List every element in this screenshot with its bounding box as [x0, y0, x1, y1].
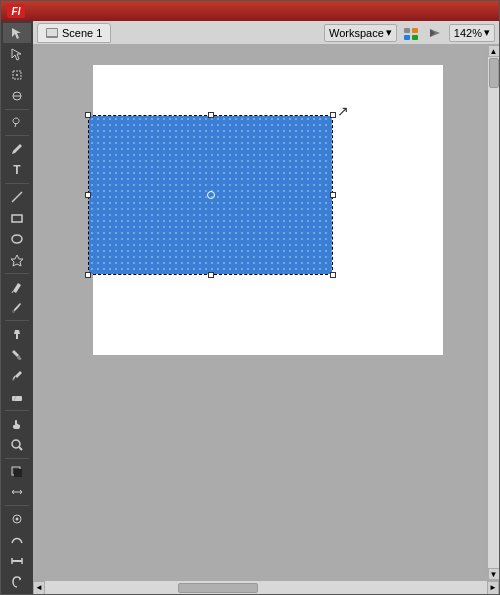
svg-rect-27: [404, 28, 410, 33]
center-registration-point: [207, 191, 215, 199]
workspace-dropdown-arrow: ▾: [386, 26, 392, 39]
scroll-up-btn[interactable]: ▲: [488, 45, 500, 57]
toolbar-separator-8: [5, 505, 29, 506]
smooth-btn[interactable]: [3, 530, 31, 550]
snap-btn[interactable]: [3, 509, 31, 529]
svg-marker-8: [11, 255, 23, 266]
toolbar-separator-7: [5, 458, 29, 459]
hand-tool[interactable]: [3, 414, 31, 434]
rect-tool[interactable]: [3, 208, 31, 228]
right-scroll-track[interactable]: [488, 57, 500, 568]
tab-bar-right: Workspace ▾: [324, 24, 495, 42]
subselect-tool[interactable]: [3, 44, 31, 64]
title-bar: Fl: [1, 1, 499, 21]
arrow-tool[interactable]: [3, 23, 31, 43]
app-container: Fl: [0, 0, 500, 595]
handle-middle-left[interactable]: [85, 192, 91, 198]
tab-bar: Scene 1 Workspace ▾: [33, 21, 499, 45]
svg-line-5: [12, 192, 22, 202]
svg-point-10: [12, 310, 15, 313]
workspace-dropdown[interactable]: Workspace ▾: [324, 24, 397, 42]
scroll-right-btn[interactable]: ►: [487, 581, 499, 595]
main-body: T: [1, 21, 499, 594]
scene-tab-label: Scene 1: [62, 27, 102, 39]
eraser-tool[interactable]: [3, 387, 31, 407]
zoom-tool[interactable]: [3, 435, 31, 455]
canvas-area: Scene 1 Workspace ▾: [33, 21, 499, 594]
handle-bottom-left[interactable]: [85, 272, 91, 278]
canvas-with-scroll: ↗ ▲: [33, 45, 499, 580]
scene-icon: [46, 28, 58, 38]
resize-cursor-indicator: ↗: [337, 103, 349, 119]
svg-point-21: [16, 518, 19, 521]
scroll-down-btn[interactable]: ▼: [488, 568, 500, 580]
svg-point-1: [16, 74, 18, 76]
scroll-left-arrow: ◄: [35, 583, 43, 592]
motion-editor-btn[interactable]: [425, 24, 445, 42]
edit-symbols-btn[interactable]: [401, 24, 421, 42]
svg-rect-30: [412, 35, 418, 40]
svg-rect-26: [47, 29, 57, 36]
svg-point-12: [12, 379, 14, 381]
right-scroll-thumb[interactable]: [489, 58, 499, 88]
brush-tool[interactable]: [3, 298, 31, 318]
scroll-down-arrow: ▼: [490, 570, 498, 579]
svg-rect-29: [404, 35, 410, 40]
scroll-up-arrow: ▲: [490, 47, 498, 56]
3d-rotate-tool[interactable]: [3, 86, 31, 106]
handle-top-right[interactable]: ↗: [330, 112, 336, 118]
motion-editor-icon: [427, 25, 443, 41]
poly-tool[interactable]: [3, 250, 31, 270]
scene-tab[interactable]: Scene 1: [37, 23, 111, 43]
handle-top-left[interactable]: [85, 112, 91, 118]
toolbar-separator-1: [5, 109, 29, 110]
svg-point-15: [12, 440, 20, 448]
svg-rect-18: [14, 469, 22, 477]
line-tool[interactable]: [3, 187, 31, 207]
svg-point-7: [12, 235, 22, 243]
h-scroll-track[interactable]: [45, 581, 487, 595]
svg-rect-6: [12, 215, 22, 222]
canvas-scroll[interactable]: ↗: [33, 45, 487, 580]
text-tool[interactable]: T: [3, 160, 31, 180]
handle-bottom-middle[interactable]: [208, 272, 214, 278]
zoom-label: 142%: [454, 27, 482, 39]
swap-colors-btn[interactable]: [3, 483, 31, 503]
left-toolbar: T: [1, 21, 33, 594]
handle-top-middle[interactable]: [208, 112, 214, 118]
svg-rect-28: [412, 28, 418, 33]
stroke-color-btn[interactable]: [3, 462, 31, 482]
toolbar-separator-3: [5, 183, 29, 184]
svg-rect-13: [12, 396, 22, 401]
scroll-left-btn[interactable]: ◄: [33, 581, 45, 595]
edit-symbols-icon: [403, 25, 419, 41]
pen-tool[interactable]: [3, 139, 31, 159]
canvas-inner: ↗: [33, 45, 487, 580]
free-transform-tool[interactable]: [3, 65, 31, 85]
toolbar-separator-6: [5, 410, 29, 411]
eyedropper-tool[interactable]: [3, 366, 31, 386]
oval-tool[interactable]: [3, 229, 31, 249]
toolbar-separator-5: [5, 320, 29, 321]
h-scroll-thumb[interactable]: [178, 583, 258, 593]
straighten-btn[interactable]: [3, 551, 31, 571]
ink-bottle-tool[interactable]: [3, 324, 31, 344]
selected-rect-container[interactable]: ↗: [88, 115, 333, 275]
zoom-dropdown-arrow: ▾: [484, 26, 490, 39]
handle-bottom-right[interactable]: [330, 272, 336, 278]
zoom-dropdown[interactable]: 142% ▾: [449, 24, 495, 42]
scroll-right-arrow: ►: [489, 583, 497, 592]
pencil-tool[interactable]: [3, 277, 31, 297]
toolbar-separator-2: [5, 135, 29, 136]
handle-middle-right[interactable]: [330, 192, 336, 198]
svg-line-9: [12, 291, 13, 293]
toolbar-separator-4: [5, 273, 29, 274]
workspace-label: Workspace: [329, 27, 384, 39]
bottom-scrollbar: ◄ ►: [33, 580, 499, 594]
svg-line-16: [19, 447, 22, 450]
rotate-btn[interactable]: [3, 572, 31, 592]
lasso-tool[interactable]: [3, 113, 31, 133]
paint-bucket-tool[interactable]: [3, 345, 31, 365]
right-scrollbar: ▲ ▼: [487, 45, 499, 580]
app-logo: Fl: [7, 4, 25, 18]
